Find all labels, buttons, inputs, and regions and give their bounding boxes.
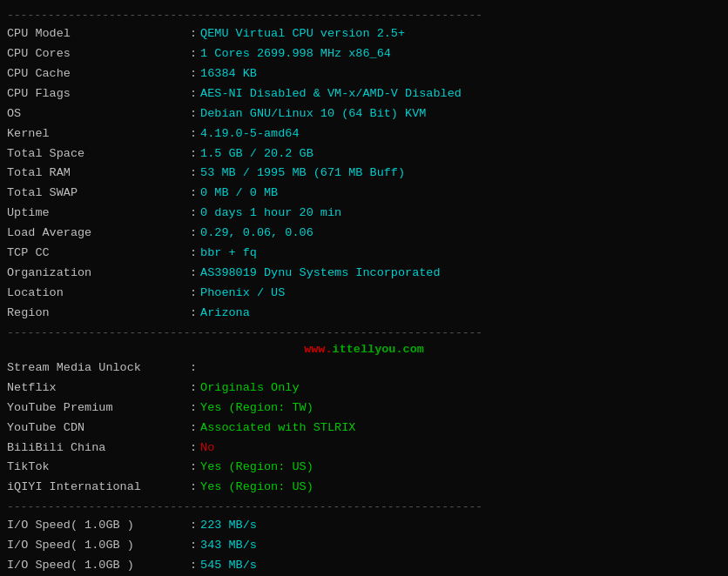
uptime-value: 0 days 1 hour 20 min	[200, 204, 341, 223]
os-row: OS : Debian GNU/Linux 10 (64 Bit) KVM	[7, 105, 721, 124]
youtube-cdn-row: YouTube CDN : Associated with STLRIX	[7, 419, 721, 438]
cpu-flags-value: AES-NI Disabled & VM-x/AMD-V Disabled	[200, 85, 462, 104]
uptime-label: Uptime	[7, 204, 190, 223]
total-swap-value: 0 MB / 0 MB	[200, 184, 278, 203]
total-swap-label: Total SWAP	[7, 184, 190, 203]
kernel-label: Kernel	[7, 125, 190, 144]
kernel-row: Kernel : 4.19.0-5-amd64	[7, 125, 721, 144]
watermark: www.ittellyou.com	[7, 343, 721, 356]
organization-label: Organization	[7, 265, 190, 283]
divider-io: ----------------------------------------…	[7, 500, 721, 513]
uptime-row: Uptime : 0 days 1 hour 20 min	[7, 204, 721, 223]
total-space-label: Total Space	[7, 145, 190, 164]
cpu-model-value: QEMU Virtual CPU version 2.5+	[200, 25, 405, 44]
bilibili-value: No	[200, 439, 214, 458]
tcp-cc-label: TCP CC	[7, 244, 190, 263]
terminal-output: ----------------------------------------…	[7, 9, 721, 576]
io-speed-2-value: 343 MB/s	[200, 537, 257, 555]
io-speed-2-row: I/O Speed( 1.0GB ) : 343 MB/s	[7, 537, 721, 555]
iqiyi-label: iQIYI International	[7, 479, 190, 497]
location-row: Location : Phoenix / US	[7, 285, 721, 303]
total-ram-row: Total RAM : 53 MB / 1995 MB (671 MB Buff…	[7, 164, 721, 183]
location-value: Phoenix / US	[200, 285, 285, 303]
divider-top: ----------------------------------------…	[7, 9, 721, 22]
load-average-label: Load Average	[7, 224, 190, 243]
iqiyi-value: Yes (Region: US)	[200, 479, 313, 497]
io-section: I/O Speed( 1.0GB ) : 223 MB/s I/O Speed(…	[7, 517, 721, 576]
io-speed-1-row: I/O Speed( 1.0GB ) : 223 MB/s	[7, 517, 721, 535]
tiktok-label: TikTok	[7, 459, 190, 477]
region-label: Region	[7, 305, 190, 323]
tiktok-row: TikTok : Yes (Region: US)	[7, 459, 721, 477]
netflix-value: Originals Only	[200, 379, 299, 398]
total-swap-row: Total SWAP : 0 MB / 0 MB	[7, 184, 721, 203]
cpu-cache-row: CPU Cache : 16384 KB	[7, 65, 721, 84]
total-ram-label: Total RAM	[7, 164, 190, 183]
load-average-row: Load Average : 0.29, 0.06, 0.06	[7, 224, 721, 243]
organization-row: Organization : AS398019 Dynu Systems Inc…	[7, 265, 721, 283]
youtube-premium-row: YouTube Premium : Yes (Region: TW)	[7, 399, 721, 418]
youtube-cdn-label: YouTube CDN	[7, 419, 190, 438]
netflix-label: Netflix	[7, 379, 190, 398]
cpu-cores-row: CPU Cores : 1 Cores 2699.998 MHz x86_64	[7, 45, 721, 64]
youtube-premium-label: YouTube Premium	[7, 399, 190, 418]
total-space-value: 1.5 GB / 20.2 GB	[200, 145, 313, 164]
total-ram-value: 53 MB / 1995 MB (671 MB Buff)	[200, 164, 405, 183]
cpu-flags-label: CPU Flags	[7, 85, 190, 104]
kernel-value: 4.19.0-5-amd64	[200, 125, 299, 144]
bilibili-label: BiliBili China	[7, 439, 190, 458]
cpu-model-row: CPU Model : QEMU Virtual CPU version 2.5…	[7, 25, 721, 44]
divider-media: ----------------------------------------…	[7, 326, 721, 339]
stream-media-row: Stream Media Unlock :	[7, 359, 721, 378]
os-value: Debian GNU/Linux 10 (64 Bit) KVM	[200, 105, 426, 124]
io-speed-3-label: I/O Speed( 1.0GB )	[7, 557, 190, 575]
location-label: Location	[7, 285, 190, 303]
cpu-cores-label: CPU Cores	[7, 45, 190, 64]
youtube-premium-value: Yes (Region: TW)	[200, 399, 313, 418]
tcp-cc-value: bbr + fq	[200, 244, 257, 263]
io-speed-3-value: 545 MB/s	[200, 557, 257, 575]
tcp-cc-row: TCP CC : bbr + fq	[7, 244, 721, 263]
organization-value: AS398019 Dynu Systems Incorporated	[200, 265, 440, 283]
system-section: CPU Model : QEMU Virtual CPU version 2.5…	[7, 25, 721, 323]
cpu-flags-row: CPU Flags : AES-NI Disabled & VM-x/AMD-V…	[7, 85, 721, 104]
cpu-cache-value: 16384 KB	[200, 65, 257, 84]
io-speed-2-label: I/O Speed( 1.0GB )	[7, 537, 190, 555]
netflix-row: Netflix : Originals Only	[7, 379, 721, 398]
io-speed-1-value: 223 MB/s	[200, 517, 257, 535]
region-value: Arizona	[200, 305, 250, 323]
io-speed-3-row: I/O Speed( 1.0GB ) : 545 MB/s	[7, 557, 721, 575]
load-average-value: 0.29, 0.06, 0.06	[200, 224, 313, 243]
bilibili-row: BiliBili China : No	[7, 439, 721, 458]
tiktok-value: Yes (Region: US)	[200, 459, 313, 477]
stream-media-label: Stream Media Unlock	[7, 359, 190, 378]
os-label: OS	[7, 105, 190, 124]
cpu-cache-label: CPU Cache	[7, 65, 190, 84]
region-row: Region : Arizona	[7, 305, 721, 323]
io-speed-1-label: I/O Speed( 1.0GB )	[7, 517, 190, 535]
media-section: Stream Media Unlock : Netflix : Original…	[7, 359, 721, 497]
youtube-cdn-value: Associated with STLRIX	[200, 419, 355, 438]
cpu-cores-value: 1 Cores 2699.998 MHz x86_64	[200, 45, 391, 64]
total-space-row: Total Space : 1.5 GB / 20.2 GB	[7, 145, 721, 164]
iqiyi-row: iQIYI International : Yes (Region: US)	[7, 479, 721, 497]
cpu-model-label: CPU Model	[7, 25, 190, 44]
